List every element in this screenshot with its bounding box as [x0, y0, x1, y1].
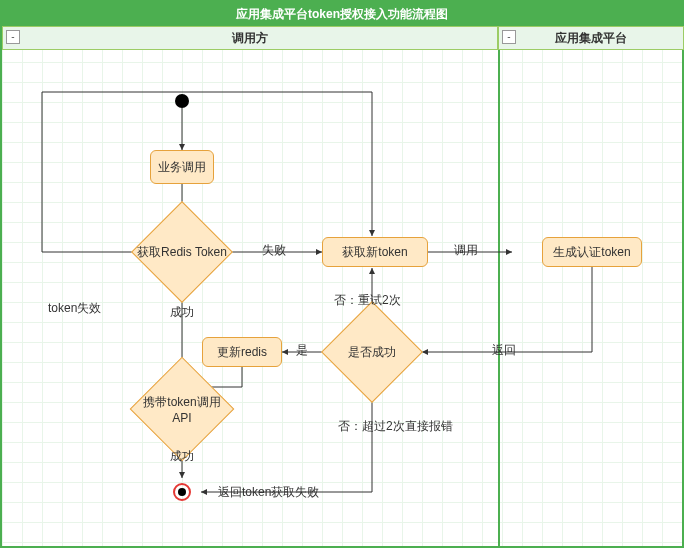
collapse-left[interactable]: -	[6, 30, 20, 44]
node-label: 业务调用	[158, 159, 206, 176]
label-return: 返回	[492, 342, 516, 359]
label-yes: 是	[296, 342, 308, 359]
diagram-title: 应用集成平台token授权接入功能流程图	[2, 2, 682, 26]
node-label: 是否成功	[322, 330, 422, 374]
collapse-right[interactable]: -	[502, 30, 516, 44]
edges-layer	[2, 2, 682, 546]
node-label: 获取Redis Token	[132, 230, 232, 274]
label-fail: 失败	[262, 242, 286, 259]
label-call: 调用	[454, 242, 478, 259]
label-retry: 否：重试2次	[334, 292, 401, 309]
node-call-api: 携带token调用API	[132, 387, 232, 431]
end-node	[173, 483, 191, 501]
node-label: 生成认证token	[553, 244, 630, 261]
start-node	[175, 94, 189, 108]
node-gen-auth: 生成认证token	[542, 237, 642, 267]
label-success2: 成功	[170, 448, 194, 465]
lane-header-right: 应用集成平台	[498, 26, 684, 50]
node-label: 更新redis	[217, 344, 267, 361]
node-is-success: 是否成功	[322, 330, 422, 374]
label-over2: 否：超过2次直接报错	[338, 418, 453, 435]
label-return-fail: 返回token获取失败	[218, 484, 319, 501]
node-get-new: 获取新token	[322, 237, 428, 267]
lane-divider	[498, 50, 500, 546]
flowchart-canvas: 应用集成平台token授权接入功能流程图 调用方 应用集成平台 - - 业务调用	[0, 0, 684, 548]
lane-header-left: 调用方	[2, 26, 498, 50]
edge-return	[422, 267, 592, 352]
node-biz-call: 业务调用	[150, 150, 214, 184]
node-get-redis: 获取Redis Token	[132, 230, 232, 274]
node-label: 获取新token	[342, 244, 407, 261]
label-token-expired: token失效	[48, 300, 101, 317]
node-update-redis: 更新redis	[202, 337, 282, 367]
node-label: 携带token调用API	[132, 387, 232, 431]
label-success1: 成功	[170, 304, 194, 321]
